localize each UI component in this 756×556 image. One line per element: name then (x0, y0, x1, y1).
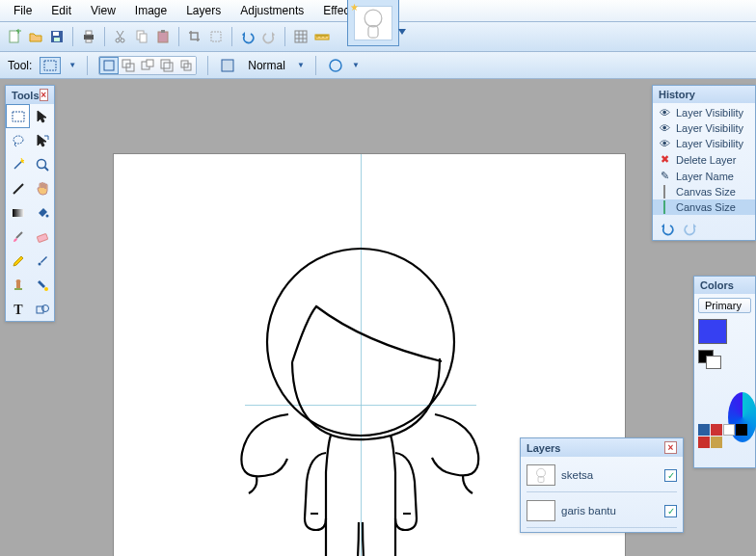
palette-swatch[interactable] (723, 424, 735, 436)
tool-stamp[interactable] (6, 273, 30, 297)
selmode-xor[interactable] (176, 57, 196, 74)
dropdown-icon[interactable]: ▼ (352, 61, 360, 69)
menu-view[interactable]: View (81, 1, 125, 20)
new-icon[interactable] (6, 28, 23, 45)
visibility-icon: 👁 (657, 138, 672, 149)
paste-icon[interactable] (154, 28, 172, 45)
close-icon[interactable]: × (40, 89, 48, 101)
svg-rect-40 (161, 60, 170, 68)
history-undo-icon[interactable] (659, 220, 676, 237)
bw-swatches[interactable] (698, 350, 723, 371)
print-icon[interactable] (80, 28, 97, 45)
delete-icon: ✖ (657, 153, 672, 166)
tool-move[interactable] (30, 128, 54, 152)
svg-rect-25 (86, 40, 92, 42)
history-row[interactable]: 👁Layer Visibility (653, 105, 755, 120)
history-label: Delete Layer (676, 154, 736, 166)
palette-swatch[interactable] (711, 437, 722, 448)
menu-edit[interactable]: Edit (41, 1, 81, 20)
deselect-icon[interactable] (207, 28, 225, 45)
grid-icon[interactable] (292, 28, 310, 45)
svg-rect-24 (86, 31, 92, 35)
tool-eyedropper[interactable] (30, 249, 54, 273)
tool-shape[interactable] (30, 297, 54, 321)
tool-lasso[interactable] (6, 128, 30, 152)
svg-rect-44 (222, 60, 233, 71)
layer-visible-checkbox[interactable]: ✓ (664, 505, 677, 517)
history-row[interactable]: 👁Layer Visibility (653, 136, 755, 151)
antialias-icon[interactable] (327, 57, 344, 74)
tool-eraser[interactable] (30, 225, 54, 249)
palette-swatch[interactable] (698, 424, 710, 436)
tool-recolor[interactable] (30, 273, 54, 297)
flood-mode-icon[interactable] (219, 57, 236, 74)
selmode-replace[interactable] (99, 57, 119, 74)
layer-thumb (526, 500, 555, 521)
svg-rect-33 (295, 31, 307, 42)
undo-icon[interactable] (239, 28, 256, 45)
tool-options-bar: Tool: ▼ Normal ▼ ▼ (0, 52, 756, 79)
history-row[interactable]: 👁Layer Visibility (653, 120, 755, 136)
cut-icon[interactable] (112, 28, 129, 45)
history-label: Layer Name (676, 171, 734, 182)
colors-title: Colors (700, 279, 734, 291)
palette-swatch[interactable] (698, 437, 710, 448)
dropdown-icon[interactable]: ▼ (297, 61, 305, 69)
menu-layers[interactable]: Layers (176, 1, 230, 20)
selmode-int[interactable] (157, 57, 176, 74)
tool-bucket[interactable] (30, 200, 54, 225)
history-label: Canvas Size (676, 186, 736, 198)
menu-adjustments[interactable]: Adjustments (230, 1, 313, 20)
ruler-icon[interactable] (313, 28, 331, 45)
palette-swatch[interactable] (711, 424, 722, 436)
tool-rect-select[interactable] (6, 104, 30, 128)
history-row[interactable]: ✖Delete Layer (653, 151, 755, 168)
current-tool-icon[interactable] (40, 57, 61, 74)
menu-image[interactable]: Image (125, 1, 176, 20)
svg-point-17 (364, 10, 382, 27)
tool-gradient[interactable] (6, 200, 30, 225)
svg-rect-35 (104, 61, 114, 70)
open-icon[interactable] (27, 28, 44, 45)
tool-hand[interactable] (30, 176, 54, 200)
history-row[interactable]: Canvas Size (653, 184, 755, 199)
tool-pencil[interactable] (6, 249, 30, 273)
layer-name: sketsa (561, 469, 659, 481)
selmode-sub[interactable] (138, 57, 157, 74)
redo-icon[interactable] (260, 28, 278, 45)
svg-rect-19 (10, 31, 18, 42)
history-label: Layer Visibility (676, 138, 743, 149)
copy-icon[interactable] (133, 28, 150, 45)
svg-rect-32 (211, 32, 221, 41)
tool-pencil-hard[interactable] (6, 176, 30, 200)
history-row[interactable]: Canvas Size (653, 199, 755, 215)
tool-brush[interactable] (6, 225, 30, 249)
layers-title: Layers (526, 442, 560, 454)
blend-mode-dropdown[interactable]: Normal (244, 59, 289, 72)
layer-visible-checkbox[interactable]: ✓ (664, 469, 677, 482)
tool-zoom[interactable] (30, 152, 54, 176)
primary-color-button[interactable]: Primary (698, 298, 751, 313)
svg-rect-39 (147, 60, 153, 66)
tool-text[interactable] (6, 297, 30, 321)
history-redo-icon[interactable] (682, 220, 699, 237)
crop-icon[interactable] (186, 28, 203, 45)
layer-row[interactable]: sketsa ✓ (526, 463, 677, 492)
selmode-add[interactable] (119, 57, 138, 74)
menu-file[interactable]: File (4, 1, 41, 20)
close-icon[interactable]: × (664, 441, 677, 454)
tool-dropdown-icon[interactable]: ▼ (68, 61, 76, 69)
palette-swatch[interactable] (736, 424, 747, 436)
tool-move-select[interactable] (30, 104, 54, 128)
svg-point-47 (14, 136, 23, 144)
selection-mode-group (98, 56, 197, 75)
history-row[interactable]: ✎Layer Name (653, 168, 755, 184)
tool-wand[interactable] (6, 152, 30, 176)
history-label: Canvas Size (676, 201, 736, 213)
document-tab[interactable]: ★ (347, 0, 399, 46)
svg-rect-21 (53, 32, 59, 36)
canvas-size-icon (657, 186, 672, 198)
layer-row[interactable]: garis bantu ✓ (526, 498, 677, 528)
primary-swatch[interactable] (698, 319, 727, 344)
save-icon[interactable] (48, 28, 66, 45)
